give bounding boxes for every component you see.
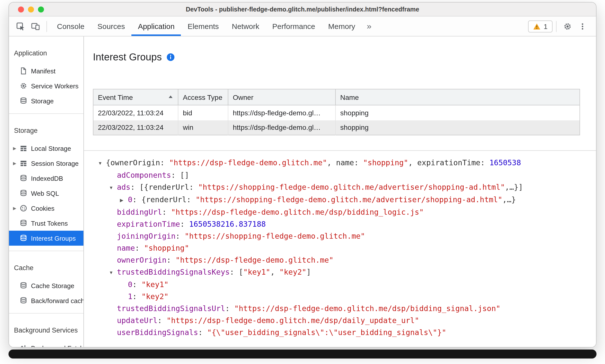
token-plain: , name: (327, 158, 363, 167)
expand-arrow-icon[interactable]: ▶ (13, 161, 19, 166)
token-plain: : [ (230, 268, 243, 277)
table-row[interactable]: 22/03/2022, 11:03:24bidhttps://dsp-fledg… (93, 105, 580, 120)
column-header-event-time[interactable]: Event Time (93, 89, 178, 105)
collapse-arrow-icon[interactable]: ▼ (109, 267, 117, 279)
more-tabs-button[interactable]: » (362, 21, 376, 31)
tab-application[interactable]: Application (131, 16, 181, 36)
sidebar-item-service-workers[interactable]: Service Workers (9, 78, 83, 93)
device-toolbar-button[interactable] (28, 19, 43, 34)
tree-line: adComponents: [] (93, 169, 596, 181)
tree-line[interactable]: ▼{ownerOrigin: "https://dsp-fledge-demo.… (93, 157, 596, 169)
sidebar-item-local-storage[interactable]: ▶Local Storage (9, 141, 83, 156)
tree-line[interactable]: ▼trustedBiddingSignalsKeys: ["key1", "ke… (93, 266, 596, 279)
token-plain: ,…} (502, 195, 516, 204)
info-icon[interactable] (166, 53, 175, 61)
panel-tabs: ConsoleSourcesApplicationElementsNetwork… (50, 16, 362, 36)
sidebar-section-title: Application (9, 36, 83, 63)
sidebar-item-manifest[interactable]: Manifest (9, 63, 83, 78)
table-cell: bid (178, 105, 228, 120)
more-options-button[interactable] (575, 19, 590, 34)
inspect-icon (16, 22, 25, 31)
tree-line[interactable]: ▼ads: [{renderUrl: "https://shopping-fle… (93, 181, 596, 194)
tab-network[interactable]: Network (225, 16, 266, 36)
column-header-access-type[interactable]: Access Type (178, 89, 228, 105)
window-title: DevTools - publisher-fledge-demo.glitch.… (186, 6, 419, 13)
token-key: ads (117, 183, 130, 192)
expand-arrow-icon[interactable]: ▶ (120, 194, 128, 206)
table-cell: 22/03/2022, 11:03:24 (93, 120, 178, 135)
token-key: name (117, 244, 135, 253)
sidebar-item-back-forward-cach[interactable]: Back/forward cach (9, 293, 83, 308)
issues-badge[interactable]: 1 (528, 20, 553, 32)
sidebar-section-title: Storage (9, 114, 83, 141)
tree-line: updateUrl: "https://dsp-fledge-demo.glit… (93, 315, 596, 327)
sidebar-item-cookies[interactable]: ▶Cookies (9, 201, 83, 216)
pane-divider (84, 150, 596, 151)
tab-sources[interactable]: Sources (91, 16, 131, 36)
tree-line: trustedBiddingSignalsUrl: "https://dsp-f… (93, 303, 596, 315)
token-plain: : [] (171, 171, 189, 180)
more-menu-icon (578, 22, 587, 31)
token-key: trustedBiddingSignalsKeys (117, 268, 230, 277)
table-cell: win (178, 120, 228, 135)
window-controls (18, 2, 44, 16)
sidebar-section-background-services: Background ServicesBackground Fetch (9, 314, 83, 347)
token-string: "key2" (279, 268, 306, 277)
zoom-button[interactable] (38, 6, 44, 12)
token-plain: : (132, 292, 141, 301)
token-plain: : (198, 328, 207, 337)
column-header-label: Owner (233, 93, 253, 101)
token-plain: : (135, 244, 144, 253)
token-key: userBiddingSignals (117, 328, 198, 337)
sidebar-item-session-storage[interactable]: ▶Session Storage (9, 156, 83, 171)
close-button[interactable] (18, 6, 24, 12)
tree-line[interactable]: ▶0: {renderUrl: "https://shopping-fledge… (93, 194, 596, 206)
tab-memory[interactable]: Memory (322, 16, 362, 36)
settings-button[interactable] (560, 19, 575, 34)
sidebar-item-storage[interactable]: Storage (9, 93, 83, 108)
sidebar-item-web-sql[interactable]: Web SQL (9, 186, 83, 201)
token-string: "https://shopping-fledge-demo.glitch.me/… (196, 195, 502, 204)
token-plain: , expirationTime: (408, 158, 489, 167)
minimize-button[interactable] (28, 6, 34, 12)
column-header-label: Access Type (183, 93, 222, 101)
tab-console[interactable]: Console (50, 16, 91, 36)
table-cell: shopping (335, 120, 580, 135)
token-plain: : [{renderUrl: (130, 183, 198, 192)
token-plain: : (162, 208, 171, 217)
column-header-owner[interactable]: Owner (228, 89, 335, 105)
tab-elements[interactable]: Elements (181, 16, 225, 36)
toolbar-divider (46, 21, 47, 32)
sidebar-item-background-fetch[interactable]: Background Fetch (9, 341, 83, 347)
sidebar-item-label: Web SQL (31, 189, 59, 197)
interest-groups-table: Event TimeAccess TypeOwnerName 22/03/202… (93, 89, 580, 135)
database-icon (19, 297, 27, 305)
token-key: joiningOrigin (117, 232, 176, 241)
sidebar-item-label: Local Storage (31, 145, 71, 152)
token-key: 1 (128, 292, 132, 301)
inspect-button[interactable] (13, 19, 28, 34)
devtools-content: ApplicationManifestService WorkersStorag… (9, 36, 596, 347)
expand-arrow-icon[interactable]: ▶ (13, 146, 19, 151)
collapse-arrow-icon[interactable]: ▼ (98, 157, 106, 169)
sidebar-item-label: Cookies (31, 204, 54, 212)
token-string: "shopping" (363, 158, 408, 167)
table-icon (19, 159, 27, 167)
token-string: "key1" (243, 268, 270, 277)
sidebar-item-trust-tokens[interactable]: Trust Tokens (9, 216, 83, 231)
column-header-name[interactable]: Name (335, 89, 580, 105)
database-icon (19, 234, 27, 242)
expand-arrow-icon[interactable]: ▶ (13, 206, 19, 211)
sort-ascending-icon (168, 94, 173, 100)
sidebar-item-label: Interest Groups (31, 234, 76, 242)
sidebar-item-interest-groups[interactable]: Interest Groups (9, 231, 83, 246)
sidebar-item-cache-storage[interactable]: Cache Storage (9, 278, 83, 293)
database-icon (19, 282, 27, 290)
tree-line: ownerOrigin: "https://dsp-fledge-demo.gl… (93, 254, 596, 266)
collapse-arrow-icon[interactable]: ▼ (109, 182, 117, 194)
table-row[interactable]: 22/03/2022, 11:03:24winhttps://dsp-fledg… (93, 120, 580, 135)
sidebar-item-indexeddb[interactable]: IndexedDB (9, 171, 83, 186)
service-worker-gear-icon (19, 82, 27, 90)
tab-performance[interactable]: Performance (266, 16, 322, 36)
table-cell: 22/03/2022, 11:03:24 (93, 105, 178, 120)
